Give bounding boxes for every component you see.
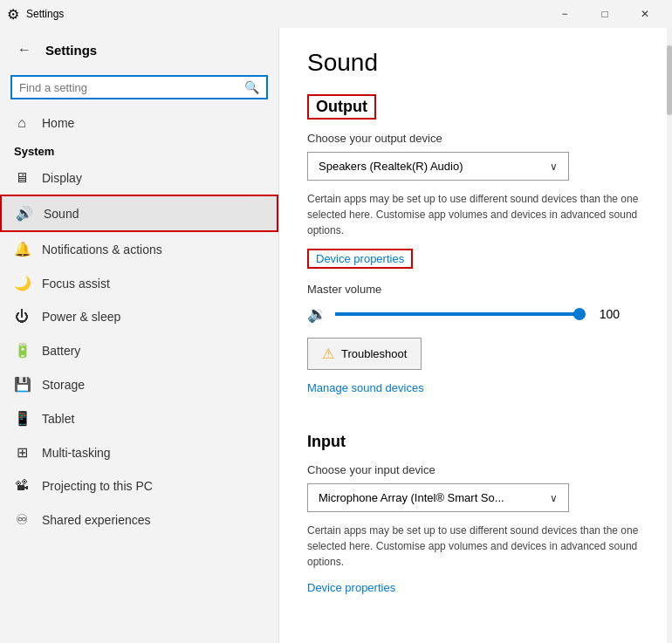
minimize-button[interactable]: − bbox=[545, 0, 585, 28]
troubleshoot-button[interactable]: ⚠ Troubleshoot bbox=[307, 338, 422, 370]
storage-icon: 💾 bbox=[14, 376, 30, 393]
output-section-header: Output bbox=[307, 94, 376, 120]
sidebar-item-battery[interactable]: 🔋 Battery bbox=[0, 333, 278, 367]
volume-row: 🔉 100 bbox=[307, 304, 644, 324]
focus-icon: 🌙 bbox=[14, 275, 30, 291]
output-dropdown-arrow: ∨ bbox=[550, 161, 558, 173]
sidebar-item-home[interactable]: ⌂ Home bbox=[0, 106, 278, 140]
scrollbar-thumb[interactable] bbox=[667, 45, 672, 115]
projecting-icon: 📽 bbox=[14, 478, 30, 494]
master-volume-label: Master volume bbox=[307, 283, 644, 296]
sidebar-item-battery-label: Battery bbox=[42, 344, 80, 358]
sidebar-item-notifications-label: Notifications & actions bbox=[42, 243, 162, 257]
main-content: Sound Output Choose your output device S… bbox=[279, 28, 672, 643]
sidebar-item-sound-label: Sound bbox=[44, 207, 79, 221]
shared-icon: ♾ bbox=[14, 511, 30, 528]
home-icon: ⌂ bbox=[14, 115, 30, 131]
maximize-button[interactable]: □ bbox=[585, 0, 625, 28]
battery-icon: 🔋 bbox=[14, 342, 30, 359]
tablet-icon: 📱 bbox=[14, 410, 30, 427]
sidebar-header: ← Settings bbox=[0, 28, 278, 72]
warning-icon: ⚠ bbox=[322, 345, 334, 362]
sidebar-item-power-label: Power & sleep bbox=[42, 310, 120, 324]
volume-value: 100 bbox=[588, 307, 620, 321]
choose-output-label: Choose your output device bbox=[307, 132, 644, 145]
input-info-text: Certain apps may be set up to use differ… bbox=[307, 523, 644, 570]
input-dropdown-arrow: ∨ bbox=[550, 492, 558, 504]
manage-sound-devices-link[interactable]: Manage sound devices bbox=[307, 381, 424, 394]
input-section: Input Choose your input device Microphon… bbox=[307, 433, 644, 608]
sidebar-item-tablet[interactable]: 📱 Tablet bbox=[0, 401, 278, 435]
output-info-text: Certain apps may be set up to use differ… bbox=[307, 191, 644, 238]
multitasking-icon: ⊞ bbox=[14, 444, 30, 461]
scrollbar-track bbox=[667, 28, 672, 643]
title-bar: ⚙ Settings − □ ✕ bbox=[0, 0, 672, 28]
sidebar-item-storage[interactable]: 💾 Storage bbox=[0, 367, 278, 401]
sidebar-item-projecting[interactable]: 📽 Projecting to this PC bbox=[0, 469, 278, 503]
sidebar-item-multitasking-label: Multi-tasking bbox=[42, 446, 111, 460]
input-section-title: Input bbox=[307, 433, 644, 451]
search-box[interactable]: 🔍 bbox=[10, 75, 268, 99]
notifications-icon: 🔔 bbox=[14, 241, 30, 257]
output-device-dropdown[interactable]: Speakers (Realtek(R) Audio) ∨ bbox=[307, 152, 569, 181]
sidebar: ← Settings 🔍 ⌂ Home System 🖥 Display 🔊 S… bbox=[0, 28, 279, 643]
output-device-properties-link[interactable]: Device properties bbox=[307, 249, 413, 269]
volume-speaker-icon: 🔉 bbox=[307, 304, 326, 324]
sidebar-app-title: Settings bbox=[45, 43, 97, 58]
troubleshoot-label: Troubleshoot bbox=[341, 347, 407, 360]
sidebar-item-focus-label: Focus assist bbox=[42, 277, 110, 291]
volume-slider-thumb bbox=[573, 308, 586, 320]
close-button[interactable]: ✕ bbox=[625, 0, 665, 28]
output-device-value: Speakers (Realtek(R) Audio) bbox=[319, 160, 463, 173]
input-device-dropdown[interactable]: Microphone Array (Intel® Smart So... ∨ bbox=[307, 483, 569, 512]
search-icon: 🔍 bbox=[244, 80, 259, 94]
sidebar-item-display[interactable]: 🖥 Display bbox=[0, 161, 278, 195]
sidebar-item-power[interactable]: ⏻ Power & sleep bbox=[0, 300, 278, 333]
sidebar-item-focus[interactable]: 🌙 Focus assist bbox=[0, 266, 278, 300]
choose-input-label: Choose your input device bbox=[307, 463, 644, 476]
display-icon: 🖥 bbox=[14, 170, 30, 186]
search-input[interactable] bbox=[19, 81, 239, 94]
input-device-properties-link[interactable]: Device properties bbox=[307, 581, 395, 594]
sidebar-item-multitasking[interactable]: ⊞ Multi-tasking bbox=[0, 435, 278, 469]
sidebar-item-tablet-label: Tablet bbox=[42, 412, 74, 426]
output-section: Output Choose your output device Speaker… bbox=[307, 94, 644, 415]
input-device-value: Microphone Array (Intel® Smart So... bbox=[319, 491, 504, 504]
sidebar-item-shared[interactable]: ♾ Shared experiences bbox=[0, 503, 278, 537]
app-container: ← Settings 🔍 ⌂ Home System 🖥 Display 🔊 S… bbox=[0, 28, 672, 643]
title-bar-controls: − □ ✕ bbox=[545, 0, 665, 28]
sound-icon: 🔊 bbox=[16, 205, 31, 222]
volume-slider-track bbox=[335, 312, 579, 316]
page-title: Sound bbox=[307, 49, 644, 77]
power-icon: ⏻ bbox=[14, 309, 30, 325]
title-bar-title: Settings bbox=[26, 8, 64, 20]
sidebar-item-storage-label: Storage bbox=[42, 378, 85, 392]
app-icon: ⚙ bbox=[7, 6, 19, 23]
title-bar-left: ⚙ Settings bbox=[7, 6, 64, 23]
sidebar-item-sound[interactable]: 🔊 Sound bbox=[0, 195, 278, 232]
sidebar-item-shared-label: Shared experiences bbox=[42, 513, 151, 527]
sidebar-item-home-label: Home bbox=[42, 116, 74, 130]
back-button[interactable]: ← bbox=[14, 38, 35, 61]
sidebar-item-notifications[interactable]: 🔔 Notifications & actions bbox=[0, 232, 278, 266]
sidebar-section-system: System bbox=[0, 140, 278, 161]
sidebar-item-display-label: Display bbox=[42, 171, 82, 185]
volume-slider-container[interactable] bbox=[335, 312, 579, 316]
sidebar-item-projecting-label: Projecting to this PC bbox=[42, 479, 153, 493]
